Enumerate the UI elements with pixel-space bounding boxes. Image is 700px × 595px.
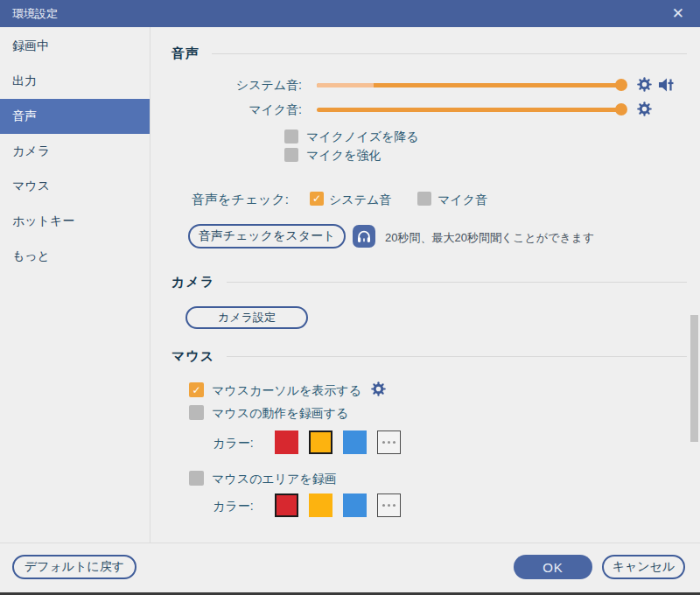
record-actions-label: マウスの動作を録画する	[212, 406, 348, 422]
mic-volume-gear-icon[interactable]	[637, 102, 652, 116]
section-divider	[212, 53, 687, 54]
settings-content: 音声 システム音:	[150, 27, 700, 542]
audio-section-header: 音声	[172, 46, 687, 61]
preferences-dialog: 環境設定 ✕ 録画中 出力 音声 カメラ マウス ホットキー もっと 音声 シス…	[0, 0, 700, 595]
area-color-blue-swatch[interactable]	[343, 494, 367, 517]
sidebar-item-hotkeys[interactable]: ホットキー	[0, 204, 150, 239]
system-volume-slider[interactable]	[317, 83, 621, 88]
settings-sidebar: 録画中 出力 音声 カメラ マウス ホットキー もっと	[0, 27, 150, 542]
mic-enhance-checkbox[interactable]	[284, 148, 298, 162]
mic-volume-handle[interactable]	[615, 103, 627, 116]
cancel-button[interactable]: キャンセル	[602, 555, 685, 579]
mic-volume-label: マイク音:	[172, 102, 302, 118]
mouse-section-header: マウス	[172, 348, 687, 364]
show-cursor-label: マウスカーソルを表示する	[212, 383, 361, 399]
cursor-color-more-button[interactable]	[377, 430, 401, 454]
area-color-red-swatch[interactable]	[275, 494, 298, 517]
system-volume-handle[interactable]	[615, 79, 627, 91]
dialog-footer: デフォルトに戻す OK キャンセル	[0, 542, 700, 592]
titlebar: 環境設定 ✕	[0, 0, 700, 27]
ellipsis-icon	[388, 441, 390, 444]
close-icon[interactable]: ✕	[667, 4, 690, 23]
mic-enhance-label: マイクを強化	[306, 148, 381, 164]
mouse-section-title: マウス	[172, 348, 214, 365]
speaker-mixer-icon[interactable]	[658, 77, 676, 93]
sound-check-mic-label: マイク音	[438, 192, 487, 208]
sidebar-item-camera[interactable]: カメラ	[0, 134, 150, 169]
vertical-scrollbar-thumb[interactable]	[690, 315, 698, 442]
cursor-color-label: カラー:	[213, 436, 254, 452]
sound-check-note: 20秒間、最大20秒間聞くことができます	[385, 230, 594, 246]
system-volume-level	[317, 83, 374, 88]
audio-section-title: 音声	[172, 46, 200, 62]
cursor-settings-gear-icon[interactable]	[371, 382, 386, 396]
camera-section-title: カメラ	[172, 274, 214, 290]
record-area-checkbox[interactable]	[189, 471, 204, 486]
camera-settings-button[interactable]: カメラ設定	[186, 306, 308, 329]
ellipsis-icon	[388, 504, 390, 507]
sound-check-start-button[interactable]: 音声チェックをスタート	[188, 224, 346, 248]
sidebar-item-more[interactable]: もっと	[0, 239, 150, 274]
system-volume-gear-icon[interactable]	[637, 77, 652, 92]
restore-defaults-button[interactable]: デフォルトに戻す	[12, 555, 136, 579]
area-color-yellow-swatch[interactable]	[309, 494, 332, 517]
headphones-icon	[353, 225, 375, 248]
ok-button[interactable]: OK	[514, 555, 592, 579]
record-actions-checkbox[interactable]	[189, 405, 204, 420]
sidebar-item-output[interactable]: 出力	[0, 64, 150, 99]
cursor-color-red-swatch[interactable]	[275, 430, 298, 454]
noise-reduction-label: マイクノイズを降る	[306, 130, 419, 145]
record-area-label: マウスのエリアを録画	[212, 472, 337, 487]
sidebar-item-audio[interactable]: 音声	[0, 99, 150, 134]
sidebar-item-mouse[interactable]: マウス	[0, 169, 150, 204]
sound-check-label: 音声をチェック:	[192, 192, 289, 208]
section-divider	[227, 282, 687, 283]
system-volume-label: システム音:	[172, 78, 302, 94]
sound-check-system-label: システム音	[329, 192, 391, 208]
dialog-title: 環境設定	[12, 6, 58, 22]
area-color-label: カラー:	[213, 499, 254, 514]
area-color-more-button[interactable]	[377, 494, 401, 517]
camera-section-header: カメラ	[172, 274, 687, 290]
sound-check-system-checkbox[interactable]	[310, 192, 324, 206]
noise-reduction-checkbox[interactable]	[284, 130, 298, 144]
cursor-color-yellow-swatch[interactable]	[309, 430, 332, 454]
show-cursor-checkbox[interactable]	[189, 382, 204, 397]
section-divider	[227, 356, 687, 357]
cursor-color-blue-swatch[interactable]	[343, 430, 367, 454]
sound-check-mic-checkbox[interactable]	[417, 192, 431, 206]
mic-volume-slider[interactable]	[317, 108, 621, 112]
sidebar-item-recording[interactable]: 録画中	[0, 29, 150, 64]
